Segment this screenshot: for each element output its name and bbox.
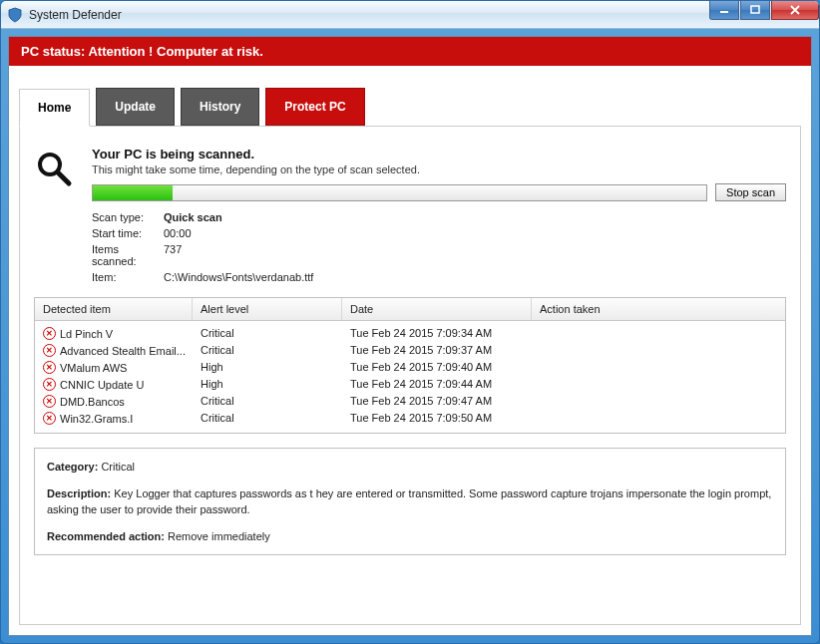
recommended-value: Remove immediately	[168, 530, 270, 542]
action-taken	[532, 326, 785, 341]
alert-level: Critical	[193, 343, 342, 358]
tab-content: Your PC is being scanned. This might tak…	[19, 126, 801, 625]
threat-icon	[43, 412, 56, 425]
threat-icon	[43, 361, 56, 374]
start-time-label: Start time:	[92, 227, 164, 239]
tab-update[interactable]: Update	[96, 88, 175, 126]
threat-icon	[43, 378, 56, 391]
detected-item-name: Win32.Grams.I	[60, 413, 133, 425]
scan-title: Your PC is being scanned.	[92, 147, 786, 161]
app-window: System Defender PC status: Attention ! C…	[0, 0, 820, 644]
scan-type-value: Quick scan	[164, 211, 222, 223]
current-item-value: C:\Windows\Fonts\verdanab.ttf	[164, 271, 313, 283]
alert-level: High	[193, 377, 342, 392]
th-date[interactable]: Date	[342, 298, 532, 320]
description-value: Key Logger that captures passwords as t …	[47, 487, 771, 516]
alert-level: Critical	[193, 326, 342, 341]
detection-date: Tue Feb 24 2015 7:09:44 AM	[342, 377, 532, 392]
detected-item-name: CNNIC Update U	[60, 379, 144, 391]
table-row[interactable]: Win32.Grams.ICriticalTue Feb 24 2015 7:0…	[35, 410, 785, 427]
app-title: System Defender	[29, 8, 122, 22]
detected-item-name: VMalum AWS	[60, 362, 127, 374]
th-detected-item[interactable]: Detected item	[35, 298, 193, 320]
stop-scan-button[interactable]: Stop scan	[715, 183, 786, 201]
action-taken	[532, 411, 785, 426]
table-row[interactable]: Ld Pinch VCriticalTue Feb 24 2015 7:09:3…	[35, 325, 785, 342]
alert-level: High	[193, 360, 342, 375]
detected-item-name: Advanced Stealth Email...	[60, 345, 186, 357]
detected-item-name: DMD.Bancos	[60, 396, 125, 408]
table-row[interactable]: CNNIC Update UHighTue Feb 24 2015 7:09:4…	[35, 376, 785, 393]
items-scanned-value: 737	[164, 243, 182, 267]
table-row[interactable]: Advanced Stealth Email...CriticalTue Feb…	[35, 342, 785, 359]
start-time-value: 00:00	[164, 227, 192, 239]
description-label: Description:	[47, 487, 111, 499]
svg-line-3	[58, 172, 69, 183]
detected-item-name: Ld Pinch V	[60, 328, 113, 340]
category-label: Category:	[47, 461, 98, 473]
detection-date: Tue Feb 24 2015 7:09:50 AM	[342, 411, 532, 426]
scan-subtitle: This might take some time, depending on …	[92, 163, 786, 175]
detail-panel: Category: Critical Description: Key Logg…	[34, 448, 786, 555]
th-alert-level[interactable]: Alert level	[193, 298, 342, 320]
action-taken	[532, 377, 785, 392]
magnifier-icon	[34, 147, 78, 190]
app-icon	[7, 7, 23, 23]
status-bar: PC status: Attention ! Computer at risk.	[9, 37, 811, 66]
detection-date: Tue Feb 24 2015 7:09:34 AM	[342, 326, 532, 341]
table-body: Ld Pinch VCriticalTue Feb 24 2015 7:09:3…	[35, 321, 785, 433]
alert-level: Critical	[193, 394, 342, 409]
action-taken	[532, 394, 785, 409]
tab-protect-pc[interactable]: Protect PC	[265, 88, 364, 126]
recommended-label: Recommended action:	[47, 530, 165, 542]
tabs: Home Update History Protect PC	[9, 66, 811, 126]
threat-icon	[43, 327, 56, 340]
table-row[interactable]: DMD.BancosCriticalTue Feb 24 2015 7:09:4…	[35, 393, 785, 410]
close-button[interactable]	[771, 1, 819, 20]
tab-history[interactable]: History	[181, 88, 259, 126]
detection-date: Tue Feb 24 2015 7:09:40 AM	[342, 360, 532, 375]
table-row[interactable]: VMalum AWSHighTue Feb 24 2015 7:09:40 AM	[35, 359, 785, 376]
maximize-button[interactable]	[740, 1, 770, 20]
current-item-label: Item:	[92, 271, 164, 283]
tab-home[interactable]: Home	[19, 89, 90, 127]
th-action-taken[interactable]: Action taken	[532, 298, 785, 320]
detection-date: Tue Feb 24 2015 7:09:47 AM	[342, 394, 532, 409]
category-value: Critical	[101, 461, 135, 473]
svg-rect-0	[720, 11, 728, 13]
threat-icon	[43, 395, 56, 408]
client-area: PC status: Attention ! Computer at risk.…	[8, 36, 812, 636]
scan-info: Scan type:Quick scan Start time:00:00 It…	[92, 211, 786, 283]
items-scanned-label: Items scanned:	[92, 243, 164, 267]
window-controls	[708, 1, 819, 20]
action-taken	[532, 343, 785, 358]
detection-date: Tue Feb 24 2015 7:09:37 AM	[342, 343, 532, 358]
scan-header: Your PC is being scanned. This might tak…	[34, 147, 786, 287]
progress-bar	[92, 184, 707, 201]
scan-type-label: Scan type:	[92, 211, 164, 223]
table-header: Detected item Alert level Date Action ta…	[35, 298, 785, 321]
detections-table: Detected item Alert level Date Action ta…	[34, 297, 786, 434]
svg-rect-1	[751, 6, 759, 13]
threat-icon	[43, 344, 56, 357]
alert-level: Critical	[193, 411, 342, 426]
minimize-button[interactable]	[709, 1, 739, 20]
action-taken	[532, 360, 785, 375]
titlebar[interactable]: System Defender	[1, 1, 819, 29]
